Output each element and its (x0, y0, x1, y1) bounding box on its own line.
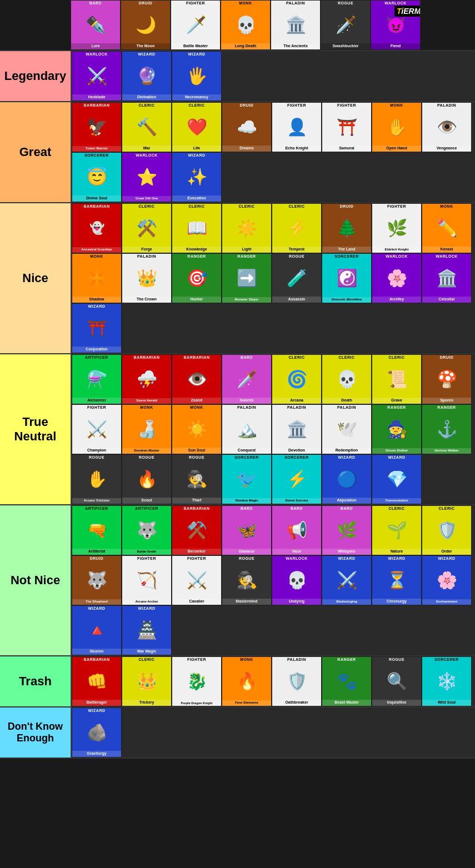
card-rogue-inquisitive: ROGUE 🔍 Inquisitive (372, 656, 422, 706)
card-barbarian-battlerager: BARBARIAN 👊 Battlerager (72, 656, 122, 706)
card-paladin-conquest: PALADIN 🏔️ Conquest (222, 404, 272, 454)
card-paladin-crown: PALADIN 👑 The Crown (122, 253, 172, 303)
card-sorcerer-storm: SORCERER ⚡ Storm Sorcery (272, 454, 322, 504)
card-monk-openhand: MONK ✋ Open Hand (372, 102, 422, 152)
card-warlock-undying: WARLOCK 💀 Undying (272, 555, 322, 605)
card-rogue-thief: ROGUE 🕵️ Thief (172, 454, 222, 504)
tier-label-great: Great (0, 102, 71, 202)
card-ranger-beastmaster: RANGER 🐾 Beast Master (322, 656, 372, 706)
card-wizard-necromancy: WIZARD 🖐️ Necromancy (172, 51, 222, 101)
card-cleric-death: CLERIC 💀 Death (322, 354, 372, 404)
card-rogue-swashbuckler: ROGUE 🗡️ Swashbuckler (321, 0, 371, 50)
card-bard-lore: BARD ✒️ Lore (71, 0, 121, 50)
card-sorcerer-draconic: SORCERER ☯️ Draconic Bloodline (322, 253, 372, 303)
card-fighter-champion: FIGHTER ⚔️ Champion (72, 404, 122, 454)
card-monk-longdeath: MONK 💀 Long Death (221, 0, 271, 50)
card-cleric-arcana: CLERIC 🌀 Arcana (272, 354, 322, 404)
header-cards: BARD ✒️ Lore DRUID 🌙 The Moon FIGHTER 🗡️… (71, 0, 475, 50)
card-fighter-eldritchknight: FIGHTER 🌿 Eldritch Knight (372, 203, 422, 253)
tier-label-notnice: Not Nice (0, 505, 71, 655)
card-paladin-oathbreaker: PALADIN 🛡️ Oathbreaker (272, 656, 322, 706)
card-sorcerer-wildsoul: SORCERER ❄️ Wild Soul (422, 656, 472, 706)
card-wizard-graviturgy: WIZARD 🪨 Graviturgy (72, 708, 122, 757)
card-monk-fourelements: MONK 🔥 Four Elements (222, 656, 272, 706)
card-wizard-bladesinging: WIZARD ⚔️ Bladesinging (322, 555, 372, 605)
card-barbarian-storm: BARBARIAN ⛈️ Storm Herald (122, 354, 172, 404)
card-wizard-divination: WIZARD 🔮 Divination (122, 51, 172, 101)
card-artificer-alchemist: ARTIFICER ⚗️ Alchemist (72, 354, 122, 404)
card-wizard-chronurgy: WIZARD ⏳ Chronurgy (372, 555, 422, 605)
card-fighter-echoknight: FIGHTER 👤 Echo Knight (272, 102, 322, 152)
card-monk-sunsoul: MONK ☀️ Sun Soul (172, 404, 222, 454)
card-bard-whispers: BARD 🌿 Whispers (322, 505, 372, 555)
card-barbarian-totem: BARBARIAN 🦅 Totem Warrior (72, 102, 122, 152)
tier-label-trash: Trash (0, 656, 71, 706)
card-fighter-battlemaster: FIGHTER 🗡️ Battle Master (171, 0, 221, 50)
card-fighter-purpledragon: FIGHTER 🐉 Purple Dragon Knight (172, 656, 222, 706)
card-monk-kensei: MONK ✏️ Kensei (422, 203, 472, 253)
card-cleric-forge: CLERIC ⚒️ Forge (122, 203, 172, 253)
card-cleric-order: CLERIC 🛡️ Order (422, 505, 472, 555)
card-barbarian-zealot: BARBARIAN 👁️ Zealot (172, 354, 222, 404)
card-wizard-enchantment: WIZARD 🌸 Enchantment (422, 555, 472, 605)
card-cleric-tempest: CLERIC ⚡ Tempest (272, 203, 322, 253)
card-ranger-horizon: RANGER ⚓ Horizon Walker (422, 404, 472, 454)
card-rogue-scout: ROGUE 🔥 Scout (122, 454, 172, 504)
card-sorcerer-divinesoul: SORCERER 😇 Divine Soul (72, 152, 122, 202)
card-warlock-archfey: WARLOCK 🌸 Archfey (372, 253, 422, 303)
card-artificer-artillerist: ARTIFICER 🔫 Artillerist (72, 505, 122, 555)
card-fighter-cavalier: FIGHTER ⚔️ Cavalier (172, 555, 222, 605)
card-rogue-mastermind: ROGUE 🕵️ Mastermind (222, 555, 272, 605)
card-barbarian-berserker: BARBARIAN ⚒️ Berserker (172, 505, 222, 555)
card-druid-moon: DRUID 🌙 The Moon (121, 0, 171, 50)
card-monk-drunken: MONK 🍶 Drunken Master (122, 404, 172, 454)
card-fighter-arcanearcher: FIGHTER 🏹 Arcane Archer (122, 555, 172, 605)
card-wizard-conjuration: WIZARD ⛩️ Conjuration (72, 303, 122, 353)
tier-label-legendary: Legendary (0, 51, 71, 101)
card-paladin-devotion: PALADIN 🏛️ Devotion (272, 404, 322, 454)
card-cleric-light: CLERIC ☀️ Light (222, 203, 272, 253)
card-wizard-abjuration: WIZARD 🔵 Abjuration (322, 454, 372, 504)
card-druid-dreams: DRUID ☁️ Dreams (222, 102, 272, 152)
card-druid-shepherd: DRUID 🐺 The Shepherd (72, 555, 122, 605)
card-druid-land: DRUID 🌲 The Land (322, 203, 372, 253)
card-wizard-illusion: WIZARD 🔺 Illusion (72, 605, 122, 655)
card-ranger-gloom: RANGER 🧙 Gloom Stalker (372, 404, 422, 454)
card-cleric-nature: CLERIC 🌱 Nature (372, 505, 422, 555)
card-cleric-life: CLERIC ❤️ Life (172, 102, 222, 152)
card-artificer-battlesmith: ARTIFICER 🐺 Battle Smith (122, 505, 172, 555)
card-paladin-redemption: PALADIN 🕊️ Redemption (322, 404, 372, 454)
card-cleric-war: CLERIC 🔨 War (122, 102, 172, 152)
card-cleric-knowledge: CLERIC 📖 Knowledge (172, 203, 222, 253)
card-wizard-transmutation: WIZARD 💎 Transmutation (372, 454, 422, 504)
card-fighter-samurai: FIGHTER ⛩️ Samurai (322, 102, 372, 152)
card-bard-swords: BARD 🗡️ Swords (222, 354, 272, 404)
card-warlock-celestial: WARLOCK 🏛️ Celestial (422, 253, 472, 303)
card-druid-spores: DRUID 🍄 Spores (422, 354, 472, 404)
card-barbarian-ancestral: BARBARIAN 👻 Ancestral Guardian (72, 203, 122, 253)
card-bard-valor: BARD 📢 Valor (272, 505, 322, 555)
tiermaker-logo: TiERMAKER (394, 6, 421, 17)
tier-label-dontknow: Don't Know Enough (0, 708, 71, 757)
card-warlock-hexblade: WARLOCK ⚔️ Hexblade (72, 51, 122, 101)
card-wizard-evocation: WIZARD ✨ Evocation (172, 152, 222, 202)
card-sorcerer-shadow: SORCERER 🐦 Shadow Magic (222, 454, 272, 504)
card-bard-glamour: BARD 🦋 Glamour (222, 505, 272, 555)
card-warlock-fiend: WARLOCK TiERMAKER 😈 Fiend (371, 0, 421, 50)
card-paladin-vengeance: PALADIN 👁️ Vengeance (422, 102, 472, 152)
card-ranger-monsterslayer: RANGER ➡️ Monster Slayer (222, 253, 272, 303)
card-monk-shadow: MONK ✴️ Shadow (72, 253, 122, 303)
card-paladin-ancients: PALADIN 🏛️ The Ancients (271, 0, 321, 50)
card-ranger-hunter: RANGER 🎯 Hunter (172, 253, 222, 303)
card-rogue-arcanetrickster: ROGUE ✋ Arcane Trickster (72, 454, 122, 504)
tier-label-nice: Nice (0, 203, 71, 353)
card-warlock-goo: WARLOCK ⭐ Great Old One (122, 152, 172, 202)
card-cleric-trickery: CLERIC 👑 Trickery (122, 656, 172, 706)
tier-label-trueneutral: True Neutral (0, 354, 71, 504)
card-rogue-assassin: ROGUE 🧪 Assassin (272, 253, 322, 303)
card-cleric-grave: CLERIC 📜 Grave (372, 354, 422, 404)
card-wizard-warmagic: WIZARD 🏯 War Magic (122, 605, 172, 655)
